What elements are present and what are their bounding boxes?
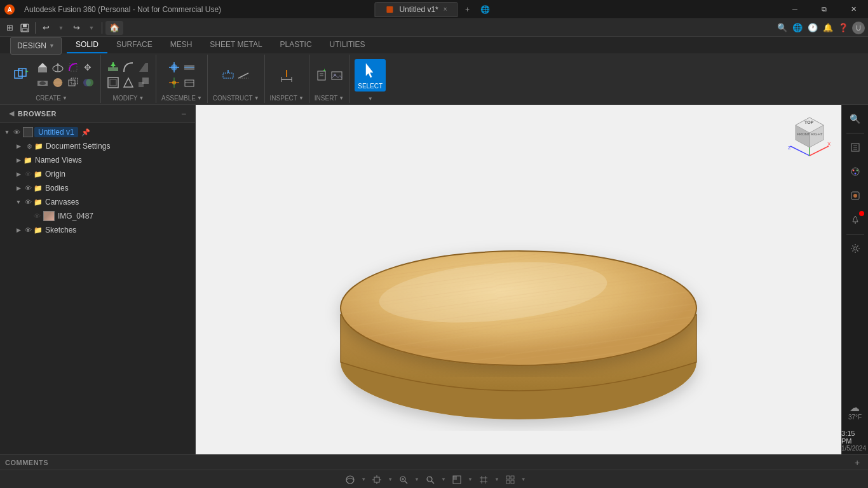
fillet2-button[interactable] — [121, 60, 135, 74]
chamfer-button[interactable] — [137, 60, 151, 74]
insert-derive-button[interactable]: + — [315, 68, 329, 82]
grid-arrow[interactable]: ▼ — [494, 477, 499, 482]
measure-button[interactable] — [280, 68, 294, 82]
search-button[interactable]: 🔍 — [775, 21, 789, 35]
data-panel-button[interactable] — [844, 136, 867, 159]
settings-right-button[interactable] — [844, 237, 867, 260]
tab-surface[interactable]: SURFACE — [107, 37, 161, 53]
redo-button[interactable]: ↪ — [69, 21, 83, 35]
create-label[interactable]: CREATE ▼ — [36, 95, 67, 102]
joint-origin-button[interactable] — [167, 76, 181, 90]
close-button[interactable]: ✕ — [839, 0, 868, 19]
grid-icon[interactable]: ⊞ — [3, 21, 17, 35]
construct-label[interactable]: CONSTRUCT ▼ — [213, 95, 259, 102]
angle-plane-button[interactable] — [236, 68, 250, 82]
profile-button[interactable]: U — [851, 21, 865, 35]
orbit-button[interactable] — [342, 473, 358, 487]
extrude-button[interactable] — [36, 60, 50, 74]
expand-canvases[interactable]: ▼ — [14, 198, 23, 207]
notification-right-button[interactable] — [844, 208, 867, 231]
render-button[interactable] — [844, 184, 867, 207]
active-tab[interactable]: Untitled v1* × — [374, 2, 458, 17]
expand-sketches[interactable]: ▶ — [14, 226, 23, 234]
restore-button[interactable]: ⧉ — [810, 0, 839, 19]
move-button[interactable]: ✥ — [81, 60, 95, 74]
select-label-group[interactable]: ▼ — [368, 96, 373, 102]
joint-button[interactable] — [167, 60, 181, 74]
tree-item-doc-settings[interactable]: ▶ ⚙ 📁 Document Settings — [0, 139, 195, 153]
home-button[interactable]: 🏠 — [105, 21, 123, 35]
press-pull-button[interactable] — [106, 60, 120, 74]
browser-minus-button[interactable]: − — [177, 107, 190, 120]
tree-item-sketches[interactable]: ▶ 👁 📁 Sketches — [0, 223, 195, 237]
save-menu-button[interactable] — [18, 21, 32, 35]
modify-label[interactable]: MODIFY ▼ — [113, 95, 144, 102]
inspect-label[interactable]: INSPECT ▼ — [270, 95, 304, 102]
undo-button[interactable]: ↩ — [39, 21, 53, 35]
display-mode-button[interactable] — [449, 473, 465, 487]
expand-doc-settings[interactable]: ▶ — [14, 142, 23, 151]
design-button[interactable]: DESIGN ▼ — [10, 37, 62, 55]
expand-root[interactable]: ▼ — [3, 128, 11, 137]
tree-item-bodies[interactable]: ▶ 👁 📁 Bodies — [0, 181, 195, 195]
visibility-canvases[interactable]: 👁 — [23, 197, 33, 207]
insert-label[interactable]: INSERT ▼ — [315, 95, 344, 102]
select-button[interactable]: SELECT — [355, 59, 386, 92]
rigid-group-button[interactable] — [182, 76, 196, 90]
tab-mesh[interactable]: MESH — [161, 37, 201, 53]
new-tab-button[interactable]: + — [458, 1, 477, 18]
new-component-button[interactable]: + — [8, 63, 34, 87]
zoom-button[interactable] — [395, 473, 412, 487]
zoom-window-button[interactable] — [422, 473, 438, 487]
assemble-label[interactable]: ASSEMBLE ▼ — [161, 95, 202, 102]
as-built-joint-button[interactable] — [182, 60, 196, 74]
display-mode-arrow[interactable]: ▼ — [468, 477, 473, 482]
zoom-window-arrow[interactable]: ▼ — [441, 477, 446, 482]
tree-item-root[interactable]: ▼ 👁 Untitled v1 📌 — [0, 125, 195, 139]
visibility-origin[interactable]: 👁 — [23, 169, 33, 179]
tree-item-named-views[interactable]: ▶ 📁 Named Views — [0, 153, 195, 167]
pan-button[interactable] — [369, 473, 385, 487]
tab-solid[interactable]: SOLID — [67, 37, 107, 53]
tree-item-img-0487[interactable]: 👁 IMG_0487 — [0, 209, 195, 223]
orbit-arrow[interactable]: ▼ — [361, 477, 366, 482]
fillet-button[interactable] — [66, 60, 80, 74]
history-button[interactable]: 🕐 — [806, 21, 820, 35]
offset-plane-button[interactable] — [221, 68, 235, 82]
tab-close-button[interactable]: × — [444, 6, 447, 13]
hole-button[interactable] — [36, 76, 50, 90]
tree-item-origin[interactable]: ▶ 👁 📁 Origin — [0, 167, 195, 181]
visibility-sketches[interactable]: 👁 — [23, 225, 33, 235]
redo-arrow[interactable]: ▼ — [85, 21, 98, 35]
visibility-img[interactable]: 👁 — [32, 211, 42, 221]
visibility-root[interactable]: 👁 — [11, 127, 22, 137]
help-button[interactable]: ❓ — [836, 21, 850, 35]
viewport[interactable]: Z X Y TOP RIGHT FRONT — [196, 105, 841, 454]
palette-button[interactable] — [844, 160, 867, 183]
notification-button[interactable]: 🔔 — [821, 21, 835, 35]
revolve-button[interactable] — [51, 60, 65, 74]
shell-button[interactable] — [106, 76, 120, 90]
tab-plastic[interactable]: PLASTIC — [271, 37, 321, 53]
search-right-button[interactable]: 🔍 — [844, 107, 867, 130]
tree-item-canvases[interactable]: ▼ 👁 📁 Canvases — [0, 195, 195, 209]
minimize-button[interactable]: ─ — [780, 0, 810, 19]
combine-button[interactable] — [81, 76, 95, 90]
tab-utilities[interactable]: UTILITIES — [321, 37, 374, 53]
visibility-bodies[interactable]: 👁 — [23, 183, 33, 193]
expand-bodies[interactable]: ▶ — [14, 184, 23, 193]
browser-collapse-button[interactable]: ◀ — [5, 107, 18, 120]
offset-button[interactable] — [66, 76, 80, 90]
view-grid-arrow[interactable]: ▼ — [521, 477, 526, 482]
pan-arrow[interactable]: ▼ — [388, 477, 393, 482]
sphere-button[interactable] — [51, 76, 65, 90]
online-indicator[interactable]: 🌐 — [790, 21, 804, 35]
expand-named-views[interactable]: ▶ — [14, 156, 23, 165]
browse-tabs-button[interactable]: 🌐 — [477, 1, 494, 18]
viewcube[interactable]: Z X Y TOP RIGHT FRONT — [784, 111, 835, 162]
insert-canvas-button[interactable] — [330, 68, 344, 82]
view-grid-button[interactable] — [502, 473, 519, 487]
expand-origin[interactable]: ▶ — [14, 170, 23, 179]
scale-button[interactable] — [137, 76, 151, 90]
pin-icon[interactable]: 📌 — [81, 127, 91, 137]
